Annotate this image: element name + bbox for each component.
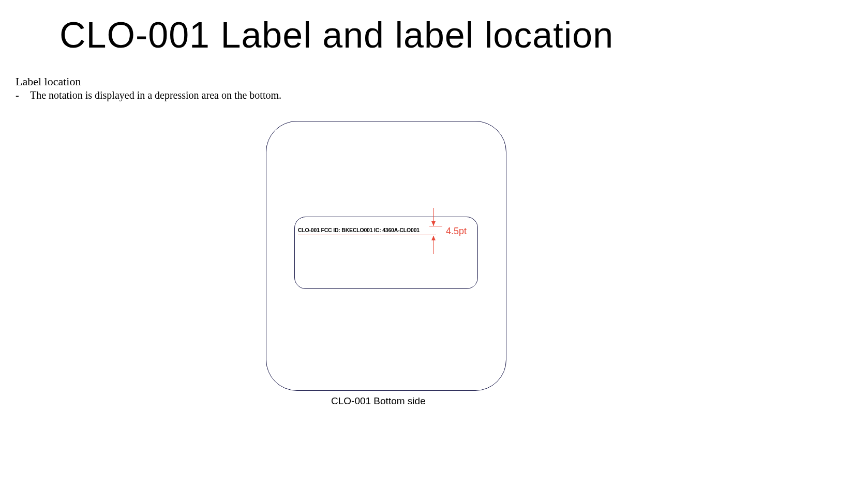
dimension-arrow-up-icon — [433, 236, 434, 254]
diagram-caption: CLO-001 Bottom side — [331, 395, 426, 407]
bullet-dash: - — [16, 89, 30, 101]
page-title: CLO-001 Label and label location — [59, 14, 613, 56]
diagram-container: CLO-001 FCC ID: BKECLO001 IC: 4360A-CLO0… — [266, 121, 506, 391]
dimension-arrow-down-icon — [433, 208, 434, 226]
label-underline — [298, 235, 436, 235]
label-content-text: CLO-001 FCC ID: BKECLO001 IC: 4360A-CLO0… — [298, 227, 420, 233]
section-heading: Label location — [16, 75, 81, 88]
dimension-value: 4.5pt — [446, 226, 467, 237]
bullet-text: The notation is displayed in a depressio… — [30, 89, 281, 101]
bullet-line: -The notation is displayed in a depressi… — [16, 89, 281, 101]
dimension-tick-top — [429, 226, 442, 226]
